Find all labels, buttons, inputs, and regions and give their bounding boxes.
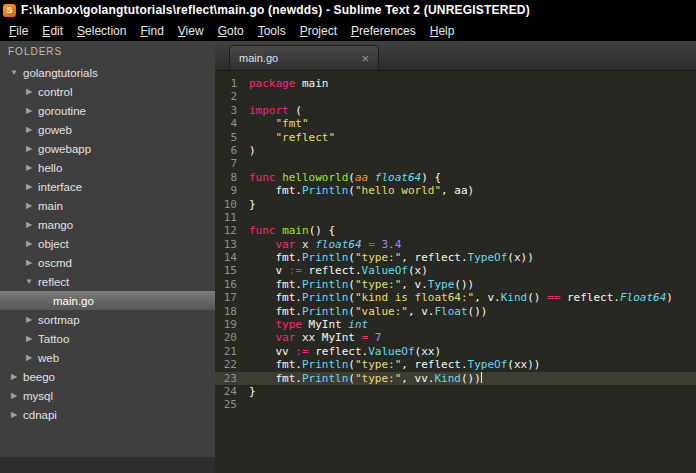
code-line-23[interactable]: 23 fmt.Println("type:", vv.Kind()) (215, 372, 696, 385)
tree-item-label: web (38, 352, 59, 364)
code-line-1[interactable]: 1package main (215, 77, 696, 90)
expand-arrow-icon[interactable]: ▶ (23, 353, 35, 362)
folder-item-mysql[interactable]: ▶mysql (0, 386, 215, 405)
code-line-3[interactable]: 3import ( (215, 104, 696, 117)
tab-main-go[interactable]: main.go × (229, 45, 379, 70)
menu-item-file[interactable]: File (2, 22, 35, 40)
code-line-9[interactable]: 9 fmt.Println("hello world", aa) (215, 184, 696, 197)
expand-arrow-icon[interactable]: ▶ (23, 334, 35, 343)
file-item-main-go[interactable]: main.go (0, 291, 215, 310)
code-line-8[interactable]: 8func helloworld(aa float64) { (215, 171, 696, 184)
menu-item-preferences[interactable]: Preferences (344, 22, 423, 40)
folder-item-gowebapp[interactable]: ▶gowebapp (0, 139, 215, 158)
folder-item-sortmap[interactable]: ▶sortmap (0, 310, 215, 329)
folder-item-beego[interactable]: ▶beego (0, 367, 215, 386)
line-number: 17 (215, 291, 249, 304)
code-line-24[interactable]: 24} (215, 385, 696, 398)
code-line-25[interactable]: 25 (215, 398, 696, 411)
menu-item-help[interactable]: Help (423, 22, 462, 40)
collapse-arrow-icon[interactable]: ▼ (8, 68, 20, 77)
expand-arrow-icon[interactable]: ▶ (23, 220, 35, 229)
menu-item-selection[interactable]: Selection (70, 22, 133, 40)
titlebar[interactable]: S F:\kanbox\golangtutorials\reflect\main… (0, 0, 696, 20)
folder-item-main[interactable]: ▶main (0, 196, 215, 215)
code-line-19[interactable]: 19 type MyInt int (215, 318, 696, 331)
expand-arrow-icon[interactable]: ▶ (23, 87, 35, 96)
folder-item-web[interactable]: ▶web (0, 348, 215, 367)
menubar: FileEditSelectionFindViewGotoToolsProjec… (0, 20, 696, 41)
folder-item-cdnapi[interactable]: ▶cdnapi (0, 405, 215, 424)
folder-item-interface[interactable]: ▶interface (0, 177, 215, 196)
line-content: func helloworld(aa float64) { (249, 171, 441, 184)
folder-item-golangtutorials[interactable]: ▼golangtutorials (0, 63, 215, 82)
menu-item-tools[interactable]: Tools (251, 22, 293, 40)
folder-tree[interactable]: ▼golangtutorials▶control▶goroutine▶goweb… (0, 63, 215, 457)
expand-arrow-icon[interactable]: ▶ (8, 391, 20, 400)
line-number: 18 (215, 305, 249, 318)
menu-item-project[interactable]: Project (293, 22, 344, 40)
expand-arrow-icon[interactable]: ▶ (8, 372, 20, 381)
line-content: fmt.Println("value:", v.Float()) (249, 305, 487, 318)
code-line-20[interactable]: 20 var xx MyInt = 7 (215, 331, 696, 344)
code-line-18[interactable]: 18 fmt.Println("value:", v.Float()) (215, 305, 696, 318)
folder-item-hello[interactable]: ▶hello (0, 158, 215, 177)
expand-arrow-icon[interactable]: ▶ (23, 106, 35, 115)
expand-arrow-icon[interactable]: ▶ (23, 163, 35, 172)
code-editor[interactable]: 1package main23import (4 "fmt"5 "reflect… (215, 71, 696, 473)
folder-item-tattoo[interactable]: ▶Tattoo (0, 329, 215, 348)
folder-item-control[interactable]: ▶control (0, 82, 215, 101)
code-line-21[interactable]: 21 vv := reflect.ValueOf(xx) (215, 345, 696, 358)
tree-item-label: mango (38, 219, 73, 231)
expand-arrow-icon[interactable]: ▶ (23, 144, 35, 153)
line-number: 1 (215, 77, 249, 90)
expand-arrow-icon[interactable]: ▶ (8, 410, 20, 419)
code-line-10[interactable]: 10} (215, 198, 696, 211)
code-line-7[interactable]: 7 (215, 157, 696, 170)
folder-item-mango[interactable]: ▶mango (0, 215, 215, 234)
folder-item-object[interactable]: ▶object (0, 234, 215, 253)
code-line-15[interactable]: 15 v := reflect.ValueOf(x) (215, 264, 696, 277)
expand-arrow-icon[interactable]: ▶ (23, 125, 35, 134)
file-indent (38, 296, 50, 305)
code-line-6[interactable]: 6) (215, 144, 696, 157)
code-line-4[interactable]: 4 "fmt" (215, 117, 696, 130)
expand-arrow-icon[interactable]: ▶ (23, 239, 35, 248)
menu-item-goto[interactable]: Goto (211, 22, 251, 40)
folder-item-oscmd[interactable]: ▶oscmd (0, 253, 215, 272)
tree-item-label: main.go (53, 295, 94, 307)
tree-item-label: goweb (38, 124, 72, 136)
sublime-app-icon: S (3, 4, 16, 17)
tree-item-label: mysql (23, 390, 53, 402)
folder-item-goweb[interactable]: ▶goweb (0, 120, 215, 139)
code-line-11[interactable]: 11 (215, 211, 696, 224)
code-line-14[interactable]: 14 fmt.Println("type:", reflect.TypeOf(x… (215, 251, 696, 264)
code-line-17[interactable]: 17 fmt.Println("kind is float64:", v.Kin… (215, 291, 696, 304)
main-area: FOLDERS ▼golangtutorials▶control▶gorouti… (0, 41, 696, 473)
collapse-arrow-icon[interactable]: ▼ (23, 277, 35, 286)
menu-item-edit[interactable]: Edit (35, 22, 70, 40)
sidebar-scrollbar-track[interactable] (0, 457, 215, 473)
tree-item-label: reflect (38, 276, 69, 288)
expand-arrow-icon[interactable]: ▶ (23, 182, 35, 191)
code-line-22[interactable]: 22 fmt.Println("type:", reflect.TypeOf(x… (215, 358, 696, 371)
code-line-16[interactable]: 16 fmt.Println("type:", v.Type()) (215, 278, 696, 291)
code-line-12[interactable]: 12func main() { (215, 224, 696, 237)
code-line-5[interactable]: 5 "reflect" (215, 131, 696, 144)
folder-item-reflect[interactable]: ▼reflect (0, 272, 215, 291)
folder-item-goroutine[interactable]: ▶goroutine (0, 101, 215, 120)
tree-item-label: gowebapp (38, 143, 91, 155)
tab-close-icon[interactable]: × (361, 52, 369, 65)
expand-arrow-icon[interactable]: ▶ (23, 315, 35, 324)
sidebar: FOLDERS ▼golangtutorials▶control▶gorouti… (0, 41, 215, 473)
code-line-13[interactable]: 13 var x float64 = 3.4 (215, 238, 696, 251)
expand-arrow-icon[interactable]: ▶ (23, 258, 35, 267)
tabbar: main.go × (215, 41, 696, 71)
menu-item-find[interactable]: Find (133, 22, 170, 40)
menu-item-view[interactable]: View (171, 22, 211, 40)
line-number: 13 (215, 238, 249, 251)
line-content: var xx MyInt = 7 (249, 331, 381, 344)
line-number: 11 (215, 211, 249, 224)
code-line-2[interactable]: 2 (215, 90, 696, 103)
expand-arrow-icon[interactable]: ▶ (23, 201, 35, 210)
line-number: 20 (215, 331, 249, 344)
